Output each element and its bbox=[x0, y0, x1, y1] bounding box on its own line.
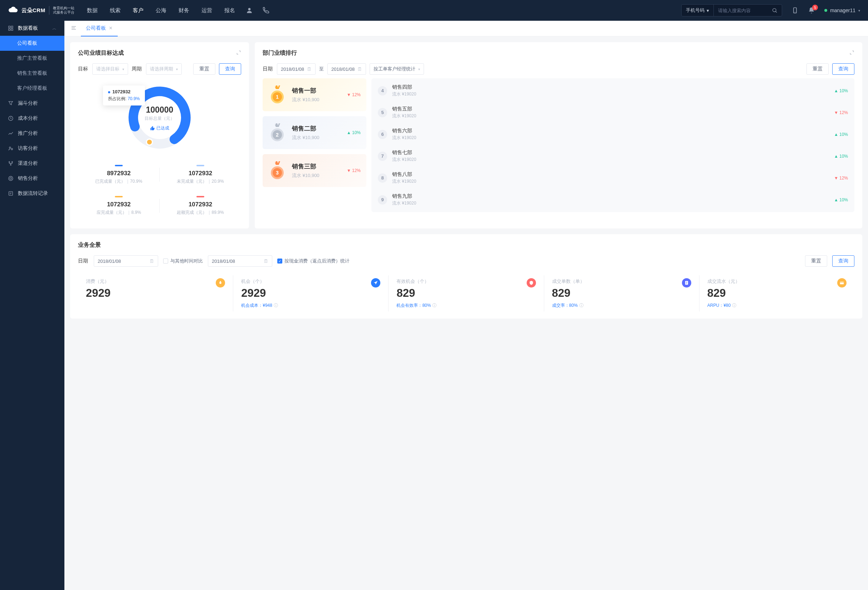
tile-label: 成交单数（单） bbox=[552, 278, 585, 285]
stat-tile-1: 机会（个）2929机会成本：¥948 ⓘ bbox=[233, 275, 388, 312]
help-icon[interactable]: ⓘ bbox=[579, 303, 583, 309]
compare-label: 与其他时间对比 bbox=[170, 258, 203, 264]
tile-icon bbox=[216, 278, 225, 287]
chart-tooltip: 1072932 所占比例: 70.9% bbox=[103, 85, 145, 106]
notification-bell[interactable]: 5 bbox=[808, 7, 815, 14]
rank-item-6[interactable]: 6销售六部流水 ¥19020▲ 10% bbox=[371, 124, 855, 145]
donut-stat-0: 8972932已完成量（元）|70.9% bbox=[78, 159, 159, 190]
tab-company-dashboard[interactable]: 公司看板 ✕ bbox=[81, 21, 118, 37]
date-label: 日期 bbox=[263, 66, 273, 72]
checkbox-box-icon bbox=[163, 259, 168, 263]
arrow-icon: ▼ bbox=[834, 110, 838, 115]
search-icon bbox=[772, 7, 778, 13]
checkbox-checked-icon: ✓ bbox=[277, 259, 282, 263]
search-input[interactable] bbox=[714, 8, 768, 13]
tile-value: 829 bbox=[707, 287, 740, 300]
expand-icon[interactable] bbox=[849, 50, 855, 56]
tooltip-ratio-label: 所占比例: bbox=[108, 96, 128, 101]
date-to-input[interactable]: 2018/01/08🗓 bbox=[328, 63, 366, 75]
nav-5[interactable]: 运营 bbox=[201, 7, 212, 14]
cloud-icon bbox=[8, 6, 18, 15]
compare-checkbox[interactable]: 与其他时间对比 bbox=[163, 258, 203, 264]
arrow-icon: ▲ bbox=[347, 130, 351, 135]
close-icon[interactable]: ✕ bbox=[109, 25, 113, 31]
cash-checkbox[interactable]: ✓按现金消费（返点后消费）统计 bbox=[277, 258, 350, 264]
reset-button[interactable]: 重置 bbox=[805, 255, 827, 267]
rank-item-5[interactable]: 5销售五部流水 ¥19020▼ 12% bbox=[371, 102, 855, 124]
sidebar-item-6[interactable]: 数据流转记录 bbox=[0, 186, 64, 201]
medal-icon: 3 bbox=[268, 160, 286, 181]
stat-value: 1072932 bbox=[162, 170, 238, 177]
svg-rect-15 bbox=[9, 192, 13, 196]
mobile-icon[interactable] bbox=[791, 7, 799, 14]
nav-2[interactable]: 客户 bbox=[133, 7, 143, 14]
rank-name: 销售六部 bbox=[392, 128, 829, 134]
svg-point-9 bbox=[11, 149, 13, 150]
date-from-input[interactable]: 2018/01/08🗓 bbox=[277, 63, 316, 75]
stat-bar-icon bbox=[196, 196, 204, 197]
sidebar-item-5[interactable]: 销售分析 bbox=[0, 171, 64, 186]
sidebar-sub-2[interactable]: 销售主管看板 bbox=[0, 66, 64, 81]
calendar-icon: 🗓 bbox=[357, 66, 362, 72]
sidebar-group-dashboard[interactable]: 数据看板 ︿ bbox=[0, 21, 64, 36]
sidebar-toggle-icon[interactable] bbox=[69, 24, 78, 33]
nav-3[interactable]: 公海 bbox=[156, 7, 166, 14]
svg-point-13 bbox=[9, 176, 13, 181]
rank-item-4[interactable]: 4销售四部流水 ¥19020▲ 10% bbox=[371, 80, 855, 102]
rank-item-7[interactable]: 7销售七部流水 ¥19020▲ 10% bbox=[371, 145, 855, 167]
search-type-select[interactable]: 手机号码 ▾ bbox=[682, 4, 714, 16]
select-value: 按工单客户经理统计 bbox=[373, 66, 415, 72]
query-button[interactable]: 查询 bbox=[832, 63, 855, 75]
rank-name: 销售九部 bbox=[392, 193, 829, 200]
period-select[interactable]: 请选择周期▾ bbox=[146, 63, 182, 75]
sidebar-item-3[interactable]: 访客分析 bbox=[0, 141, 64, 156]
arrow-icon: ▲ bbox=[834, 197, 838, 202]
sidebar-sub-0[interactable]: 公司看板 bbox=[0, 36, 64, 51]
sidebar-item-0[interactable]: 漏斗分析 bbox=[0, 96, 64, 111]
trend-indicator: ▲ 10% bbox=[347, 130, 361, 135]
stat-value: 1072932 bbox=[162, 201, 238, 208]
chevron-down-icon: ▾ bbox=[858, 9, 860, 13]
search-button[interactable] bbox=[768, 4, 782, 16]
rank-item-8[interactable]: 8销售八部流水 ¥19020▼ 12% bbox=[371, 167, 855, 189]
group-by-select[interactable]: 按工单客户经理统计▾ bbox=[370, 63, 424, 75]
target-select[interactable]: 请选择目标▾ bbox=[92, 63, 128, 75]
date2-input[interactable]: 2018/01/08🗓 bbox=[208, 255, 272, 267]
help-icon[interactable]: ⓘ bbox=[432, 303, 437, 309]
cash-label: 按现金消费（返点后消费）统计 bbox=[285, 258, 350, 264]
svg-point-8 bbox=[9, 147, 11, 149]
rank-top-2[interactable]: 2销售二部流水 ¥10,900▲ 10% bbox=[263, 116, 366, 149]
expand-icon[interactable] bbox=[236, 50, 241, 56]
sidebar-item-2[interactable]: 推广分析 bbox=[0, 126, 64, 141]
nav-0[interactable]: 数据 bbox=[87, 7, 98, 14]
reset-button[interactable]: 重置 bbox=[193, 63, 216, 75]
nav-1[interactable]: 线索 bbox=[110, 7, 121, 14]
sidebar-sub-1[interactable]: 推广主管看板 bbox=[0, 51, 64, 66]
stat-bar-icon bbox=[196, 165, 204, 166]
sidebar-item-1[interactable]: 成本分析 bbox=[0, 111, 64, 126]
user-icon[interactable] bbox=[246, 7, 253, 14]
business-panorama-card: 业务全景 日期 2018/01/08🗓 与其他时间对比 2018/01/08🗓 … bbox=[70, 234, 862, 319]
help-icon[interactable]: ⓘ bbox=[274, 303, 278, 309]
brand-name: 云朵CRM bbox=[21, 7, 46, 14]
trend-indicator: ▼ 12% bbox=[347, 168, 361, 173]
rank-top-3[interactable]: 3销售三部流水 ¥10,900▼ 12% bbox=[263, 154, 366, 187]
reset-button[interactable]: 重置 bbox=[806, 63, 829, 75]
help-icon[interactable]: ⓘ bbox=[732, 303, 736, 309]
rank-item-9[interactable]: 9销售九部流水 ¥19020▲ 10% bbox=[371, 189, 855, 210]
brand-logo[interactable]: 云朵CRM 教育机构一站 式服务云平台 bbox=[8, 6, 74, 15]
sidebar-item-4[interactable]: 渠道分析 bbox=[0, 156, 64, 171]
query-button[interactable]: 查询 bbox=[832, 255, 855, 267]
sidebar-sub-3[interactable]: 客户经理看板 bbox=[0, 81, 64, 96]
phone-icon[interactable] bbox=[262, 7, 269, 14]
query-button[interactable]: 查询 bbox=[219, 63, 241, 75]
date1-input[interactable]: 2018/01/08🗓 bbox=[94, 255, 158, 267]
nav-6[interactable]: 报名 bbox=[224, 7, 235, 14]
status-dot-icon bbox=[824, 9, 827, 12]
date-value: 2018/01/08 bbox=[212, 259, 235, 264]
trend-indicator: ▲ 10% bbox=[834, 88, 848, 93]
rank-top-1[interactable]: 1销售一部流水 ¥10,900▼ 12% bbox=[263, 78, 366, 111]
brand-sub2: 式服务云平台 bbox=[53, 10, 74, 15]
user-menu[interactable]: manager11 ▾ bbox=[824, 7, 860, 13]
nav-4[interactable]: 财务 bbox=[179, 7, 189, 14]
